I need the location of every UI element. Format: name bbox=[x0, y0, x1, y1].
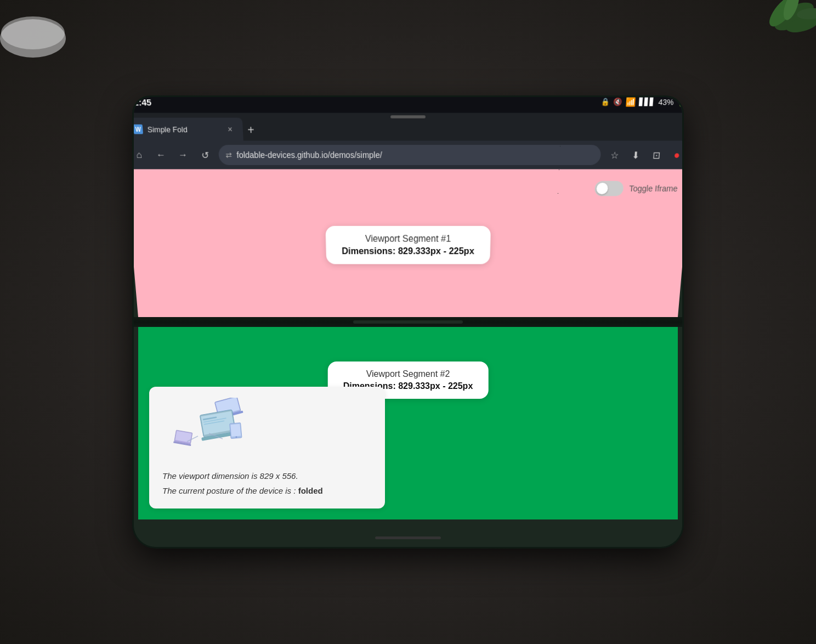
lock-icon: 🔒 bbox=[600, 98, 610, 106]
extension-button[interactable]: ⊡ bbox=[648, 146, 665, 163]
device-top-half: 12:45 🔒 🔇 📶 ▋▋▋ 43% 🔋 W bbox=[134, 97, 682, 317]
screen-bottom: Viewport Segment #2 Dimensions: 829.333p… bbox=[138, 327, 678, 519]
url-bar[interactable]: ⇄ foldable-devices.github.io/demos/simpl… bbox=[218, 145, 602, 165]
url-text: foldable-devices.github.io/demos/simple/ bbox=[236, 150, 382, 160]
forward-button[interactable]: → bbox=[174, 146, 192, 163]
laptop-illustration bbox=[162, 398, 272, 469]
svg-point-6 bbox=[1, 16, 65, 49]
active-tab[interactable]: W Simple Fold × bbox=[134, 118, 243, 141]
browser-content-bottom: Viewport Segment #2 Dimensions: 829.333p… bbox=[138, 327, 678, 519]
hinge-bar bbox=[353, 320, 463, 324]
address-bar: ⌂ ← → ↺ ⇄ foldable-devices.github.io/dem… bbox=[134, 140, 682, 169]
viewport-dimension-text: The viewport dimension is 829 x 556. bbox=[162, 471, 372, 481]
device-bottom-half: Viewport Segment #2 Dimensions: 829.333p… bbox=[134, 327, 682, 547]
new-tab-button[interactable]: + bbox=[247, 123, 255, 137]
segment2-title: Viewport Segment #2 bbox=[343, 369, 473, 379]
mute-icon: 🔇 bbox=[613, 98, 622, 106]
toggle-knob bbox=[596, 183, 608, 194]
record-button[interactable]: ● bbox=[668, 146, 682, 163]
tab-close-button[interactable]: × bbox=[224, 123, 236, 135]
posture-prefix: The current posture of the device is : bbox=[162, 486, 296, 495]
segment1-card: Viewport Segment #1 Dimensions: 829.333p… bbox=[325, 225, 490, 264]
battery-icon: 🔋 bbox=[677, 97, 682, 107]
bookmark-button[interactable]: ☆ bbox=[606, 146, 623, 163]
wifi-icon: 📶 bbox=[625, 97, 636, 107]
status-bar: 12:45 🔒 🔇 📶 ▋▋▋ 43% 🔋 bbox=[134, 97, 682, 113]
foldable-device: 12:45 🔒 🔇 📶 ▋▋▋ 43% 🔋 W bbox=[134, 97, 682, 547]
signal-icon: ▋▋▋ bbox=[639, 98, 655, 106]
address-actions: ☆ ⬇ ⊡ ● bbox=[606, 146, 682, 163]
toggle-iframe-area: Toggle Iframe bbox=[594, 181, 678, 196]
home-button[interactable]: ⌂ bbox=[134, 146, 148, 163]
toggle-label: Toggle Iframe bbox=[629, 184, 678, 193]
drag-indicator bbox=[390, 115, 426, 118]
segment1-title: Viewport Segment #1 bbox=[342, 234, 475, 244]
info-card: The viewport dimension is 829 x 556. The… bbox=[149, 387, 385, 509]
tab-title: Simple Fold bbox=[147, 125, 220, 134]
segment1-dims: Dimensions: 829.333px - 225px bbox=[342, 246, 474, 256]
posture-text: The current posture of the device is : f… bbox=[162, 486, 372, 495]
back-button[interactable]: ← bbox=[152, 146, 170, 163]
tab-favicon: W bbox=[134, 125, 143, 134]
posture-value: folded bbox=[298, 486, 323, 495]
status-icons: 🔒 🔇 📶 ▋▋▋ 43% 🔋 bbox=[600, 97, 682, 107]
browser-content-top: Viewport Segment #1 Dimensions: 829.333p… bbox=[134, 169, 682, 317]
plant-decoration bbox=[706, 0, 816, 82]
device-wrapper: 12:45 🔒 🔇 📶 ▋▋▋ 43% 🔋 W bbox=[106, 75, 710, 569]
download-button[interactable]: ⬇ bbox=[627, 146, 644, 163]
refresh-button[interactable]: ↺ bbox=[196, 146, 213, 163]
screen-top: 12:45 🔒 🔇 📶 ▋▋▋ 43% 🔋 W bbox=[134, 97, 682, 317]
battery-label: 43% bbox=[658, 97, 674, 106]
toggle-iframe-switch[interactable] bbox=[594, 181, 624, 196]
status-time: 12:45 bbox=[134, 97, 152, 107]
bowl-decoration bbox=[0, 0, 99, 66]
svg-rect-20 bbox=[230, 424, 241, 437]
bottom-nav-indicator bbox=[375, 536, 441, 539]
tab-bar: W Simple Fold × + bbox=[134, 113, 682, 141]
device-hinge bbox=[134, 317, 682, 327]
